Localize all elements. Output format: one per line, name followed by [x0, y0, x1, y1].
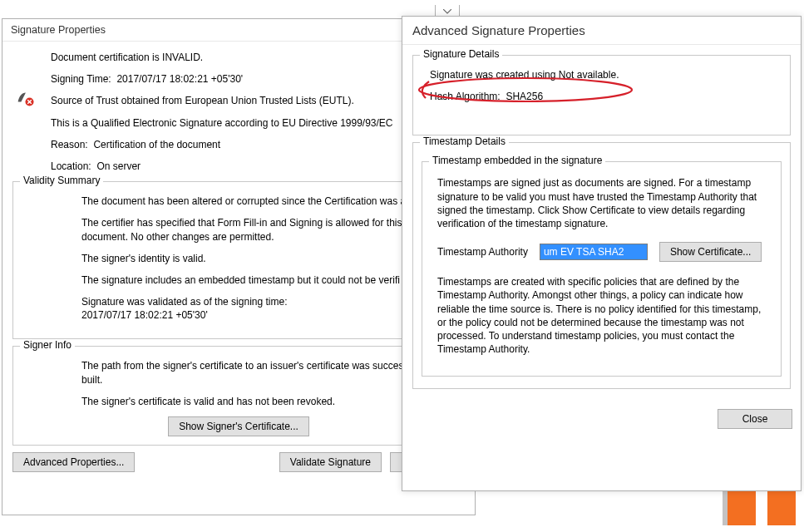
validity-line-5: Signature was validated as of the signin…	[81, 295, 456, 322]
bg-orange-bars	[728, 487, 796, 525]
dialog-title: Advanced Signature Properties	[402, 17, 801, 45]
location-value: On server	[96, 160, 141, 172]
timestamp-authority-label: Timestamp Authority	[437, 246, 528, 258]
signature-details-group: Signature Details Signature was created …	[412, 55, 791, 135]
validate-signature-button[interactable]: Validate Signature	[279, 452, 382, 472]
show-certificate-button[interactable]: Show Certificate...	[659, 242, 762, 262]
advanced-properties-button[interactable]: Advanced Properties...	[12, 452, 135, 472]
signature-created-text: Signature was created using Not availabl…	[430, 68, 782, 81]
validity-line-5a: Signature was validated as of the signin…	[81, 295, 456, 308]
chevron-down-icon	[443, 9, 451, 14]
timestamp-paragraph-1: Timestamps are signed just as documents …	[437, 176, 770, 230]
timestamp-embedded-group: Timestamp embedded in the signature Time…	[422, 161, 782, 377]
timestamp-authority-field[interactable]	[540, 244, 648, 260]
validity-line-4: The signature includes an embedded times…	[81, 273, 456, 287]
reason-label: Reason:	[51, 139, 88, 150]
signature-details-legend: Signature Details	[420, 48, 502, 60]
signer-info-legend: Signer Info	[20, 339, 75, 351]
validity-summary-legend: Validity Summary	[20, 175, 103, 186]
validity-line-3: The signer's identity is valid.	[81, 252, 456, 265]
hash-algorithm-label: Hash Algorithm:	[430, 91, 501, 102]
timestamp-embedded-legend: Timestamp embedded in the signature	[429, 155, 605, 166]
timestamp-details-legend: Timestamp Details	[420, 135, 509, 147]
timestamp-paragraph-2: Timestamps are created with specific pol…	[437, 275, 770, 356]
advanced-signature-properties-dialog: Advanced Signature Properties Signature …	[402, 16, 802, 491]
signing-time-value: 2017/07/17 18:02:21 +05'30'	[116, 73, 243, 85]
location-label: Location:	[51, 160, 91, 172]
signer-line-1: The path from the signer's certificate t…	[81, 359, 439, 386]
validity-line-5b: 2017/07/17 18:02:21 +05'30'	[81, 308, 456, 322]
invalid-signature-icon	[16, 88, 34, 106]
signer-info-group: Signer Info The path from the signer's c…	[12, 346, 465, 446]
close-button[interactable]: Close	[718, 409, 792, 429]
signer-line-2: The signer's certificate is valid and ha…	[81, 395, 456, 408]
show-signers-certificate-button[interactable]: Show Signer's Certificate...	[168, 416, 309, 436]
signing-time-label: Signing Time:	[51, 73, 111, 85]
reason-value: Certification of the document	[93, 139, 220, 150]
hash-algorithm-value: SHA256	[506, 91, 543, 102]
validity-line-1: The document has been altered or corrupt…	[81, 195, 456, 208]
validity-line-2: The certifier has specified that Form Fi…	[81, 216, 439, 243]
timestamp-details-group: Timestamp Details Timestamp embedded in …	[412, 142, 791, 389]
validity-summary-group: Validity Summary The document has been a…	[12, 181, 465, 339]
